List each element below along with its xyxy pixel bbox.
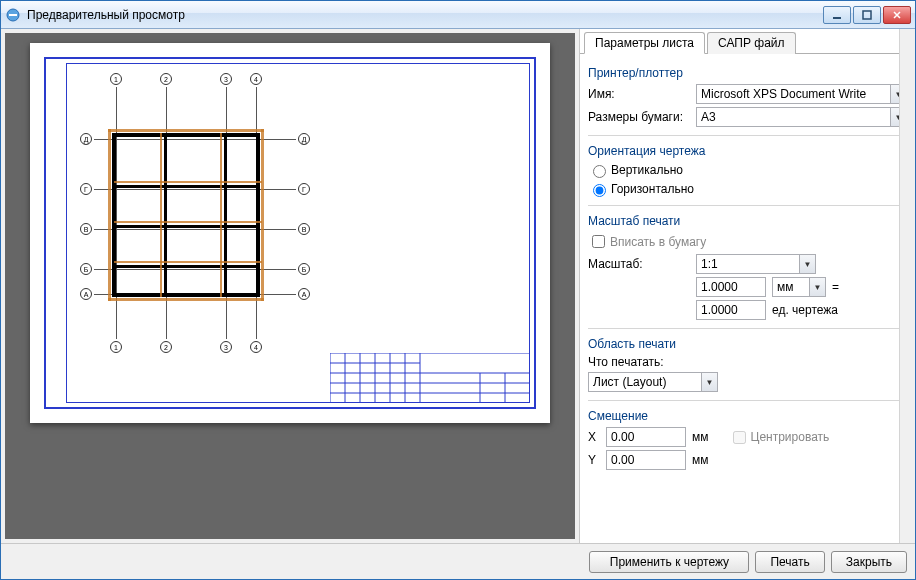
chevron-down-icon: ▼ xyxy=(701,373,717,391)
app-icon xyxy=(5,7,21,23)
group-orientation: Ориентация чертежа xyxy=(588,144,907,158)
preview-pane: 1 2 3 4 1 2 3 4 Д Г В xyxy=(1,29,579,543)
offset-x-unit: мм xyxy=(692,430,709,444)
orientation-portrait-radio[interactable] xyxy=(593,165,606,178)
titlebar[interactable]: Предварительный просмотр xyxy=(1,1,915,29)
maximize-button[interactable] xyxy=(853,6,881,24)
printer-name-label: Имя: xyxy=(588,87,696,101)
tab-cad-file[interactable]: САПР файл xyxy=(707,32,796,54)
center-label: Центрировать xyxy=(751,430,830,444)
orientation-portrait-label: Вертикально xyxy=(611,163,683,177)
svg-rect-2 xyxy=(833,17,841,19)
offset-y-input[interactable]: 0.00 xyxy=(606,450,686,470)
scale-eq: = xyxy=(832,280,839,294)
what-to-print-label: Что печатать: xyxy=(588,355,664,369)
printer-name-combo[interactable]: Microsoft XPS Document Write ▼ xyxy=(696,84,907,104)
scrollbar[interactable] xyxy=(899,29,915,543)
paper-size-combo[interactable]: A3 ▼ xyxy=(696,107,907,127)
center-check[interactable] xyxy=(733,431,746,444)
window-title: Предварительный просмотр xyxy=(27,8,823,22)
offset-x-label: X xyxy=(588,430,606,444)
scale-denom-input[interactable]: 1.0000 xyxy=(696,300,766,320)
svg-rect-1 xyxy=(9,14,17,16)
group-printer: Принтер/плоттер xyxy=(588,66,907,80)
chevron-down-icon: ▼ xyxy=(799,255,815,273)
preview-sheet[interactable]: 1 2 3 4 1 2 3 4 Д Г В xyxy=(30,43,550,423)
preview-background: 1 2 3 4 1 2 3 4 Д Г В xyxy=(5,33,575,539)
scale-numer-input[interactable]: 1.0000 xyxy=(696,277,766,297)
side-panel: Параметры листа САПР файл Принтер/плотте… xyxy=(579,29,915,543)
chevron-down-icon: ▼ xyxy=(809,278,825,296)
close-dialog-button[interactable]: Закрыть xyxy=(831,551,907,573)
offset-y-label: Y xyxy=(588,453,606,467)
floor-plan: 1 2 3 4 1 2 3 4 Д Г В xyxy=(80,73,310,353)
group-offset: Смещение xyxy=(588,409,907,423)
print-button[interactable]: Печать xyxy=(755,551,824,573)
tab-strip: Параметры листа САПР файл xyxy=(580,31,915,54)
fit-to-paper-label: Вписать в бумагу xyxy=(610,235,706,249)
minimize-button[interactable] xyxy=(823,6,851,24)
scale-unit-combo[interactable]: мм ▼ xyxy=(772,277,826,297)
title-block xyxy=(330,353,530,403)
offset-x-input[interactable]: 0.00 xyxy=(606,427,686,447)
close-button[interactable] xyxy=(883,6,911,24)
orientation-landscape-radio[interactable] xyxy=(593,184,606,197)
scale-dwg-unit: ед. чертежа xyxy=(772,303,838,317)
scale-label: Масштаб: xyxy=(588,257,696,271)
svg-rect-3 xyxy=(863,11,871,19)
print-area-combo[interactable]: Лист (Layout) ▼ xyxy=(588,372,718,392)
paper-size-label: Размеры бумаги: xyxy=(588,110,696,124)
scale-combo[interactable]: 1:1 ▼ xyxy=(696,254,816,274)
print-preview-window: Предварительный просмотр xyxy=(0,0,916,580)
apply-button[interactable]: Применить к чертежу xyxy=(589,551,749,573)
tab-body: Принтер/плоттер Имя: Microsoft XPS Docum… xyxy=(580,54,915,543)
offset-y-unit: мм xyxy=(692,453,709,467)
orientation-landscape-label: Горизонтально xyxy=(611,182,694,196)
tab-sheet-params[interactable]: Параметры листа xyxy=(584,32,705,54)
footer: Применить к чертежу Печать Закрыть xyxy=(1,543,915,579)
group-print-scale: Масштаб печати xyxy=(588,214,907,228)
group-print-area: Область печати xyxy=(588,337,907,351)
fit-to-paper-check[interactable] xyxy=(592,235,605,248)
